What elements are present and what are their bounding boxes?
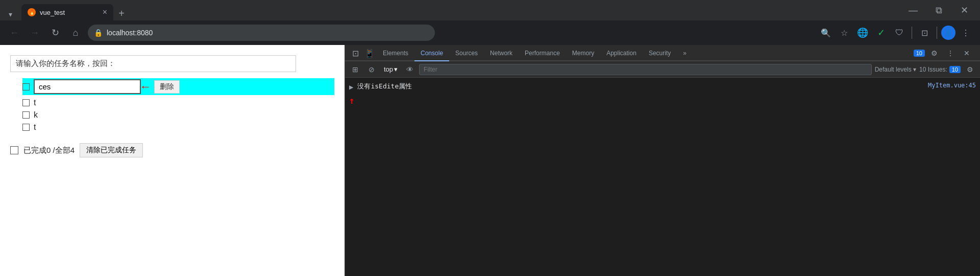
- devtools-settings-icon[interactable]: ⚙: [927, 46, 941, 60]
- issues-section: 10 Issues: 10 ⚙: [919, 62, 977, 77]
- close-button[interactable]: ✕: [952, 0, 976, 20]
- devtools-panel: ⊡ 📱 Elements Console Sources Network Per…: [345, 45, 980, 276]
- task-edit-input-1[interactable]: [34, 79, 141, 94]
- issues-settings-icon[interactable]: ⚙: [963, 62, 977, 77]
- devtools-inspect-icon[interactable]: ⊡: [348, 46, 362, 60]
- zoom-icon[interactable]: 🔍: [818, 25, 834, 41]
- extension2-icon[interactable]: ✓: [873, 25, 889, 41]
- tab-more[interactable]: »: [677, 46, 693, 61]
- tab-bar-right: — ⧉ ✕: [130, 0, 976, 20]
- menu-icon[interactable]: ⋮: [958, 25, 974, 41]
- console-red-arrow-icon: ↑: [349, 95, 355, 106]
- footer-bar: 已完成0 /全部4 清除已完成任务: [10, 143, 334, 157]
- secure-icon: 🔒: [94, 29, 103, 37]
- tab-bar: ▾ 🔥 vue_test × + — ⧉ ✕: [0, 0, 980, 20]
- main-area: 请输入你的任务名称，按回： ← 删除 t: [0, 45, 980, 276]
- console-toolbar: ⊞ ⊘ top ▾ 👁 Default levels ▾ 10 Issues: …: [345, 61, 980, 78]
- tab-security[interactable]: Security: [643, 46, 677, 61]
- console-expand-icon[interactable]: ▶: [349, 83, 353, 91]
- home-button[interactable]: ⌂: [67, 25, 84, 41]
- url-text: localhost:8080: [107, 29, 429, 37]
- restore-button[interactable]: ⧉: [927, 0, 950, 20]
- toolbar-divider2: [937, 27, 937, 39]
- footer-label: 已完成0 /全部4: [23, 146, 75, 155]
- clear-completed-button[interactable]: 清除已完成任务: [80, 143, 143, 157]
- task-list: ← 删除 t k t: [10, 78, 334, 132]
- extension1-icon[interactable]: 🌐: [854, 25, 871, 41]
- address-bar: ← → ↻ ⌂ 🔒 localhost:8080 🔍 ☆ 🌐 ✓ 🛡 ⊡ 👤 ⋮: [0, 20, 980, 45]
- task-text-2: t: [34, 98, 36, 107]
- console-sidebar-icon[interactable]: ⊞: [348, 62, 362, 77]
- page-content: 请输入你的任务名称，按回： ← 删除 t: [0, 45, 345, 276]
- reload-button[interactable]: ↻: [47, 25, 63, 41]
- tab-application[interactable]: Application: [600, 46, 643, 61]
- list-item: k: [22, 110, 334, 120]
- top-frame-selector[interactable]: top ▾: [381, 64, 401, 74]
- task-text-3: k: [34, 110, 38, 120]
- toolbar-divider: [912, 27, 912, 39]
- tab-favicon: 🔥: [28, 8, 36, 16]
- task-checkbox-1[interactable]: [22, 83, 30, 90]
- devtools-tab-bar: ⊡ 📱 Elements Console Sources Network Per…: [345, 45, 980, 61]
- profile-button[interactable]: 👤: [941, 26, 955, 40]
- console-message-1: 没有isEdite属性: [357, 82, 924, 91]
- console-line-1: ▶ 没有isEdite属性 MyItem.vue:45: [345, 80, 980, 93]
- footer-checkbox[interactable]: [10, 146, 18, 154]
- tab-console[interactable]: Console: [414, 46, 449, 61]
- list-item: t: [22, 98, 334, 107]
- red-arrow-icon: ←: [140, 80, 151, 94]
- console-source-1[interactable]: MyItem.vue:45: [928, 82, 976, 89]
- task-input-label: 请输入你的任务名称，按回：: [16, 59, 115, 68]
- tab-list-button[interactable]: ▾: [4, 8, 16, 20]
- sidebar-toggle-icon[interactable]: ⊡: [916, 25, 933, 41]
- bookmark-icon[interactable]: ☆: [836, 25, 852, 41]
- address-input[interactable]: 🔒 localhost:8080: [88, 25, 435, 41]
- tab-network[interactable]: Network: [484, 46, 519, 61]
- task-checkbox-2[interactable]: [22, 99, 30, 106]
- console-output: ▶ 没有isEdite属性 MyItem.vue:45 ↑: [345, 78, 980, 276]
- devtools-mobile-icon[interactable]: 📱: [362, 46, 377, 60]
- top-chevron-icon: ▾: [394, 65, 398, 73]
- back-button[interactable]: ←: [6, 25, 22, 41]
- forward-button[interactable]: →: [27, 25, 43, 41]
- tab-close-button[interactable]: ×: [103, 8, 107, 16]
- task-text-4: t: [34, 123, 36, 132]
- default-levels-button[interactable]: Default levels ▾: [875, 66, 916, 73]
- tab-sources[interactable]: Sources: [449, 46, 484, 61]
- browser-window: ▾ 🔥 vue_test × + — ⧉ ✕ ← → ↻ ⌂ 🔒 localho…: [0, 0, 980, 276]
- minimize-button[interactable]: —: [901, 0, 925, 20]
- list-item: ← 删除: [22, 78, 334, 95]
- issues-badge: 10: [914, 50, 925, 57]
- issues-label: 10 Issues:: [919, 66, 947, 73]
- issues-count-badge: 10: [949, 66, 961, 73]
- tab-bar-left: ▾: [4, 8, 16, 20]
- delete-button-1[interactable]: 删除: [154, 80, 180, 94]
- tab-performance[interactable]: Performance: [519, 46, 566, 61]
- devtools-close-icon[interactable]: ✕: [960, 46, 974, 60]
- list-item: t: [22, 123, 334, 132]
- console-eye-icon[interactable]: 👁: [404, 63, 416, 76]
- devtools-more-icon[interactable]: ⋮: [943, 46, 958, 60]
- tab-title: vue_test: [40, 9, 99, 16]
- extension3-icon[interactable]: 🛡: [891, 25, 908, 41]
- console-line-arrow: ↑: [345, 93, 980, 108]
- task-checkbox-4[interactable]: [22, 124, 30, 131]
- task-checkbox-3[interactable]: [22, 111, 30, 119]
- task-input-bar: 请输入你的任务名称，按回：: [10, 55, 296, 72]
- tab-memory[interactable]: Memory: [566, 46, 600, 61]
- top-label: top: [384, 65, 393, 73]
- active-tab[interactable]: 🔥 vue_test ×: [21, 4, 113, 20]
- tab-elements[interactable]: Elements: [377, 46, 414, 61]
- new-tab-button[interactable]: +: [114, 6, 129, 20]
- console-block-icon[interactable]: ⊘: [365, 63, 378, 76]
- toolbar-right: 🔍 ☆ 🌐 ✓ 🛡 ⊡ 👤 ⋮: [439, 25, 974, 41]
- console-filter-input[interactable]: [419, 64, 872, 75]
